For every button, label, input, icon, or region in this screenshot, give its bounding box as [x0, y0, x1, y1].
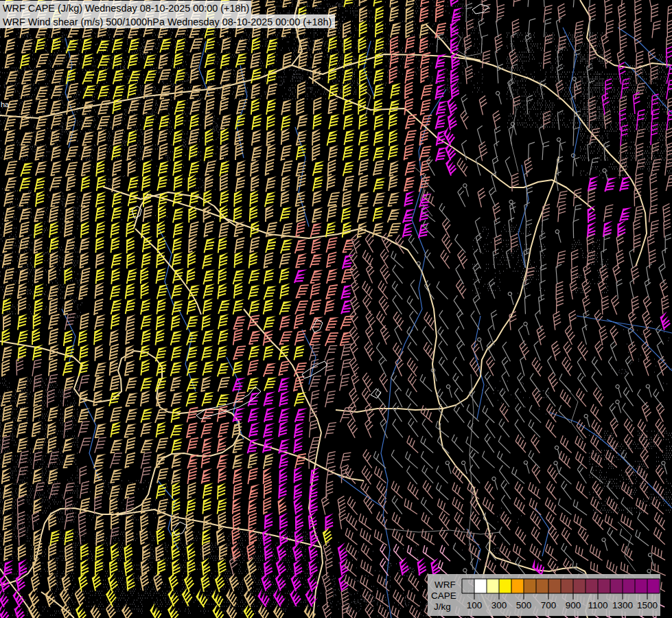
svg-text:300: 300: [491, 600, 507, 610]
svg-text:J/kg: J/kg: [434, 602, 451, 612]
svg-text:WRF Wind shear (m/s) 500/1000h: WRF Wind shear (m/s) 500/1000hPa Wednesd…: [3, 16, 332, 27]
svg-text:WRF: WRF: [435, 580, 456, 590]
svg-text:500: 500: [516, 600, 532, 610]
svg-text:700: 700: [541, 600, 557, 610]
svg-text:100: 100: [467, 600, 483, 610]
svg-text:WRF CAPE (J/kg) Wednesday 08-1: WRF CAPE (J/kg) Wednesday 08-10-2025 00:…: [3, 3, 249, 14]
svg-text:CAPE: CAPE: [431, 591, 456, 601]
svg-text:900: 900: [566, 600, 581, 610]
svg-text:1100: 1100: [588, 600, 607, 610]
svg-text:ha: ha: [1, 100, 10, 108]
svg-text:1300: 1300: [612, 600, 633, 610]
svg-text:1500: 1500: [637, 600, 658, 610]
